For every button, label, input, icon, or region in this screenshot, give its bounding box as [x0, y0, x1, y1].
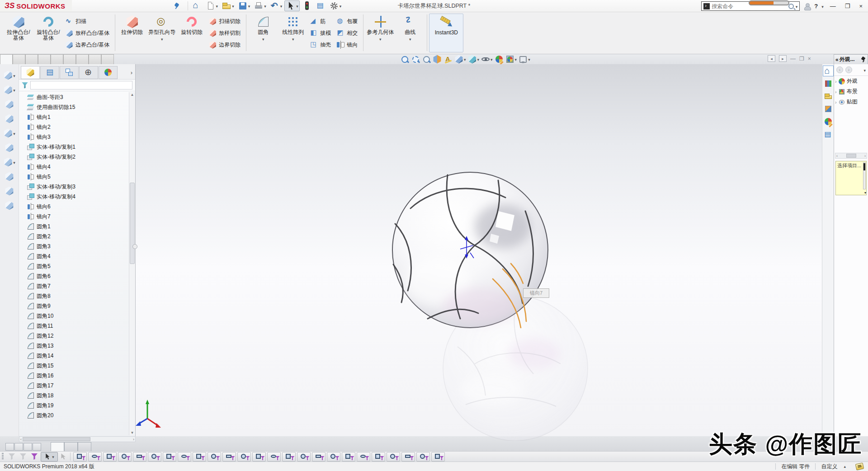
selection-filter-button[interactable] — [252, 452, 266, 462]
pin-icon[interactable] — [861, 57, 866, 63]
feature-tree-item[interactable]: 镜向7 — [27, 212, 129, 221]
chevron-down-icon[interactable] — [264, 3, 266, 9]
ribbon-button[interactable]: 线性阵列 — [278, 14, 308, 52]
feature-tree-item[interactable]: 镜向4 — [27, 162, 129, 172]
command-tab[interactable] — [101, 54, 114, 64]
chevron-down-icon[interactable] — [379, 36, 382, 42]
scroll-left-arrow[interactable]: ‹ — [836, 154, 838, 158]
units-arrow[interactable]: ▴ — [844, 464, 846, 469]
feature-tree-item[interactable]: 圆角10 — [27, 311, 129, 321]
headsup-button[interactable] — [400, 54, 409, 64]
feature-manager-tab[interactable] — [21, 66, 40, 79]
feature-tree-item[interactable]: 镜向6 — [27, 202, 129, 212]
scroll-down-arrow[interactable]: ▾ — [864, 191, 866, 195]
chevron-down-icon[interactable] — [409, 36, 411, 42]
chevron-down-icon[interactable] — [796, 3, 798, 9]
selection-filter-button[interactable] — [372, 452, 385, 462]
selection-filter-button[interactable] — [118, 452, 132, 462]
feature-tree-item[interactable]: 圆角16 — [27, 371, 129, 381]
help-button[interactable]: ? — [814, 3, 818, 9]
filter-funnel-button[interactable] — [18, 452, 28, 461]
chevron-down-icon[interactable] — [13, 87, 15, 93]
task-pane-tab[interactable] — [823, 78, 834, 89]
feature-tree-item[interactable]: 圆角18 — [27, 391, 129, 400]
feature-tree-item[interactable]: 圆角20 — [27, 410, 129, 420]
scroll-right-arrow[interactable]: › — [133, 437, 134, 442]
ribbon-button[interactable]: 放样凸台/基体 — [63, 27, 113, 39]
command-tab[interactable] — [38, 54, 51, 64]
flyout-toolbar-button[interactable] — [3, 71, 15, 80]
ribbon-button[interactable]: 拉伸切除 — [117, 14, 147, 52]
chevron-down-icon[interactable] — [232, 3, 234, 9]
menu-item[interactable] — [145, 4, 156, 8]
selection-filter-button[interactable] — [148, 452, 161, 462]
chevron-down-icon[interactable] — [292, 36, 294, 42]
tree-filter-input[interactable] — [30, 81, 132, 89]
headsup-button[interactable] — [422, 54, 431, 64]
task-pane-tab[interactable] — [823, 116, 834, 127]
flyout-toolbar-button[interactable] — [5, 201, 14, 210]
selection-filter-button[interactable] — [237, 452, 251, 462]
selection-filter-button[interactable] — [342, 452, 355, 462]
chevron-down-icon[interactable] — [477, 56, 480, 62]
command-tab[interactable] — [51, 54, 63, 64]
quick-toolbar-button[interactable] — [236, 0, 252, 11]
document-tab[interactable] — [51, 442, 64, 451]
quick-toolbar-button[interactable] — [314, 0, 327, 11]
feature-manager-tab[interactable] — [40, 66, 59, 79]
selection-filter-button[interactable] — [208, 452, 221, 462]
menu-item[interactable] — [107, 4, 118, 8]
doc-close-button[interactable]: × — [808, 56, 811, 62]
headsup-button[interactable] — [454, 54, 466, 64]
task-pane-header[interactable]: « 外观... — [834, 54, 868, 64]
selection-filter-button[interactable] — [193, 452, 206, 462]
menu-item[interactable] — [132, 4, 143, 8]
ribbon-button[interactable]: 边界切除 — [207, 39, 244, 51]
selection-filter-button[interactable] — [357, 452, 370, 462]
feature-tree-item[interactable]: 圆角19 — [27, 400, 129, 410]
flyout-toolbar-button[interactable] — [3, 157, 15, 167]
command-tab[interactable] — [0, 54, 13, 64]
tag-icon[interactable] — [856, 463, 863, 470]
headsup-button[interactable] — [433, 54, 442, 64]
feature-manager-tab[interactable] — [99, 66, 118, 79]
menu-item[interactable] — [158, 4, 169, 8]
feature-tree-item[interactable]: 圆角13 — [27, 341, 129, 351]
feature-tree-item[interactable]: 使用曲面切除15 — [27, 102, 129, 112]
feature-tree-item[interactable]: 圆角12 — [27, 331, 129, 341]
chevron-down-icon[interactable] — [515, 56, 517, 62]
feature-tree-item[interactable]: 圆角2 — [27, 231, 129, 241]
feature-tree-item[interactable]: 实体-移动/复制3 — [27, 182, 129, 192]
scroll-thumb[interactable] — [130, 183, 135, 264]
headsup-button[interactable] — [505, 54, 517, 64]
quick-toolbar-button[interactable] — [204, 0, 220, 11]
scroll-left-arrow[interactable]: ‹ — [20, 437, 22, 442]
feature-tree-item[interactable]: 镜向1 — [27, 112, 129, 122]
selection-filter-button[interactable] — [282, 452, 296, 462]
feature-tree-item[interactable]: 圆角4 — [27, 251, 129, 261]
selection-filter-button[interactable] — [431, 452, 445, 462]
scroll-up-arrow[interactable]: ▲ — [129, 93, 135, 97]
expander-icon[interactable]: › — [835, 89, 837, 94]
pin-menu-icon[interactable] — [173, 2, 180, 9]
feature-tree-item[interactable]: 实体-移动/复制2 — [27, 152, 129, 162]
sheet-nav-button[interactable] — [14, 443, 23, 451]
selection-filter-button[interactable] — [401, 452, 415, 462]
headsup-button[interactable] — [481, 54, 493, 64]
pane-left-button[interactable]: ◂ — [768, 55, 775, 62]
expander-icon[interactable]: › — [835, 79, 837, 84]
tree-hscrollbar[interactable]: ‹ › — [19, 436, 136, 442]
chevron-down-icon[interactable] — [528, 56, 530, 62]
tree-scrollbar[interactable]: ▲ ▼ — [129, 92, 135, 435]
selection-filter-button[interactable] — [163, 452, 176, 462]
ball-body[interactable] — [392, 172, 548, 328]
selection-note[interactable]: 选择项目... ▾ — [835, 161, 867, 195]
ribbon-button[interactable]: 曲线 — [395, 14, 425, 52]
ribbon-button[interactable]: 镜向 — [335, 39, 361, 51]
login-user-icon[interactable] — [803, 3, 811, 10]
task-pane-hscrollbar[interactable]: ‹ › — [835, 153, 867, 159]
feature-tree-item[interactable]: 圆角7 — [27, 281, 129, 291]
feature-tree-item[interactable]: 圆角15 — [27, 361, 129, 371]
selection-filter-button[interactable] — [327, 452, 340, 462]
task-pane-tab[interactable] — [823, 91, 834, 102]
